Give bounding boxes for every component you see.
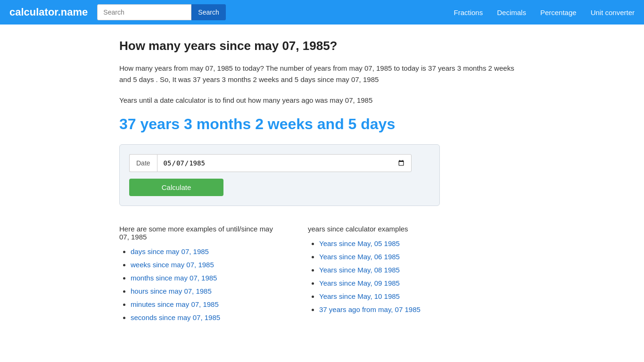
nav-unit-converter[interactable]: Unit converter — [591, 8, 635, 16]
nav-percentage[interactable]: Percentage — [540, 8, 577, 16]
list-item[interactable]: minutes since may 07, 1985 — [131, 300, 219, 308]
list-item: Years since May, 06 1985 — [319, 253, 525, 261]
examples-section: Here are some more examples of until/sin… — [119, 225, 525, 327]
description-2: Years until a date calculator is to find… — [119, 95, 525, 106]
search-button[interactable]: Search — [191, 4, 225, 20]
nav-links: Fractions Decimals Percentage Unit conve… — [454, 8, 635, 16]
list-item[interactable]: weeks since may 07, 1985 — [131, 261, 214, 269]
list-item: Years since May, 08 1985 — [319, 266, 525, 274]
examples-right-list: Years since May, 05 1985Years since May,… — [308, 239, 525, 314]
list-item[interactable]: seconds since may 07, 1985 — [131, 313, 220, 321]
list-item[interactable]: Years since May, 10 1985 — [319, 292, 400, 300]
description-1: How many years from may 07, 1985 to toda… — [119, 63, 525, 85]
list-item[interactable]: Years since May, 09 1985 — [319, 279, 400, 287]
examples-right: years since calculator examples Years si… — [308, 225, 525, 327]
nav-fractions[interactable]: Fractions — [454, 8, 483, 16]
header: calculator.name Search Fractions Decimal… — [0, 0, 644, 25]
main-content: How many years since may 07, 1985? How m… — [110, 25, 534, 341]
list-item[interactable]: days since may 07, 1985 — [131, 247, 209, 255]
list-item[interactable]: Years since May, 05 1985 — [319, 239, 400, 247]
list-item: 37 years ago from may, 07 1985 — [319, 305, 525, 314]
list-item[interactable]: Years since May, 06 1985 — [319, 253, 400, 261]
list-item: weeks since may 07, 1985 — [131, 261, 280, 269]
page-title: How many years since may 07, 1985? — [119, 39, 525, 53]
calculate-button[interactable]: Calculate — [129, 179, 223, 196]
logo[interactable]: calculator.name — [9, 6, 88, 18]
list-item[interactable]: Years since May, 08 1985 — [319, 266, 400, 274]
list-item[interactable]: months since may 07, 1985 — [131, 274, 217, 282]
list-item: minutes since may 07, 1985 — [131, 300, 280, 309]
list-item: Years since May, 10 1985 — [319, 292, 525, 301]
examples-right-title: years since calculator examples — [308, 225, 525, 233]
list-item[interactable]: 37 years ago from may, 07 1985 — [319, 305, 421, 313]
examples-left-list: days since may 07, 1985weeks since may 0… — [119, 247, 280, 322]
date-label: Date — [129, 154, 157, 172]
list-item: Years since May, 09 1985 — [319, 279, 525, 288]
calculator-box: Date Calculate — [119, 144, 440, 206]
date-row: Date — [129, 154, 430, 172]
result-heading: 37 years 3 months 2 weeks and 5 days — [119, 115, 525, 133]
examples-left-title: Here are some more examples of until/sin… — [119, 225, 280, 241]
list-item: days since may 07, 1985 — [131, 247, 280, 256]
list-item: seconds since may 07, 1985 — [131, 313, 280, 322]
examples-left: Here are some more examples of until/sin… — [119, 225, 280, 327]
date-input[interactable] — [157, 154, 412, 172]
list-item: Years since May, 05 1985 — [319, 239, 525, 248]
search-form: Search — [97, 4, 225, 20]
list-item: months since may 07, 1985 — [131, 274, 280, 282]
search-input[interactable] — [97, 4, 191, 20]
list-item[interactable]: hours since may 07, 1985 — [131, 287, 212, 295]
list-item: hours since may 07, 1985 — [131, 287, 280, 296]
nav-decimals[interactable]: Decimals — [497, 8, 526, 16]
